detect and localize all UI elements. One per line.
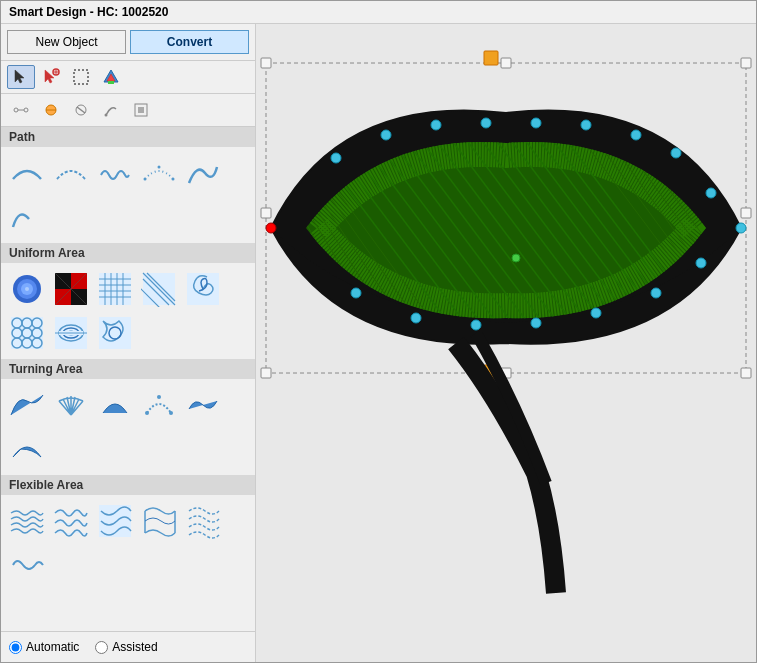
title-bar: Smart Design - HC: 1002520 — [1, 1, 756, 24]
flexible-area-section-header: Flexible Area — [1, 475, 255, 495]
top-buttons: New Object Convert — [1, 24, 255, 61]
uniform-stitch-3-icon — [97, 271, 133, 307]
svg-point-116 — [591, 308, 601, 318]
svg-point-118 — [696, 258, 706, 268]
svg-point-104 — [381, 130, 391, 140]
turning-stitch-3-icon — [97, 387, 133, 423]
node-tool-1[interactable] — [7, 98, 35, 122]
svg-point-106 — [481, 118, 491, 128]
path-stitch-4-icon — [141, 155, 177, 191]
svg-point-52 — [169, 411, 173, 415]
svg-point-50 — [145, 411, 149, 415]
svg-point-19 — [172, 178, 175, 181]
turning-stitch-1[interactable] — [7, 385, 47, 425]
svg-point-119 — [266, 223, 276, 233]
convert-button[interactable]: Convert — [130, 30, 249, 54]
path-section-header: Path — [1, 127, 255, 147]
app-title: Smart Design - HC: 1002520 — [9, 5, 168, 19]
flexible-stitch-4[interactable] — [139, 501, 179, 541]
svg-rect-66 — [484, 51, 498, 65]
svg-point-108 — [581, 120, 591, 130]
svg-point-105 — [431, 120, 441, 130]
turning-stitch-6[interactable] — [7, 429, 47, 469]
uniform-stitch-8-icon — [97, 315, 133, 351]
uniform-stitch-4-icon — [141, 271, 177, 307]
flexible-stitch-6[interactable] — [7, 545, 47, 585]
svg-point-14 — [105, 114, 108, 117]
app-window: Smart Design - HC: 1002520 New Object Co… — [0, 0, 757, 663]
uniform-stitch-7[interactable] — [51, 313, 91, 353]
flexible-stitch-5-icon — [185, 503, 221, 539]
automatic-radio[interactable] — [9, 641, 22, 654]
uniform-stitch-4[interactable] — [139, 269, 179, 309]
assisted-label: Assisted — [112, 640, 157, 654]
svg-point-114 — [471, 320, 481, 330]
node-tool-2[interactable] — [37, 98, 65, 122]
uniform-stitch-5[interactable] — [183, 269, 223, 309]
color-select-button[interactable] — [97, 65, 125, 89]
uniform-stitch-6-icon — [9, 315, 45, 351]
turning-stitch-5[interactable] — [183, 385, 223, 425]
svg-rect-60 — [741, 58, 751, 68]
path-stitch-2[interactable] — [51, 153, 91, 193]
uniform-stitch-1[interactable] — [7, 269, 47, 309]
turning-stitch-4-icon — [141, 387, 177, 423]
svg-point-117 — [651, 288, 661, 298]
turning-stitch-2-icon — [53, 387, 89, 423]
flexible-stitch-6-icon — [9, 547, 45, 583]
edit-nodes-button[interactable] — [37, 65, 65, 89]
svg-rect-61 — [261, 208, 271, 218]
turning-area-stitch-grid — [1, 379, 255, 475]
svg-rect-3 — [74, 70, 88, 84]
path-stitch-grid — [1, 147, 255, 243]
path-stitch-5[interactable] — [183, 153, 223, 193]
path-stitch-6-icon — [9, 199, 45, 235]
flexible-stitch-1-icon — [9, 503, 45, 539]
svg-point-112 — [351, 288, 361, 298]
svg-rect-58 — [261, 58, 271, 68]
canvas-area[interactable] — [256, 24, 756, 662]
uniform-area-section-header: Uniform Area — [1, 243, 255, 263]
assisted-radio[interactable] — [95, 641, 108, 654]
marquee-icon — [72, 68, 90, 86]
path-stitch-3-icon — [97, 155, 133, 191]
svg-point-17 — [144, 178, 147, 181]
svg-point-111 — [706, 188, 716, 198]
new-object-button[interactable]: New Object — [7, 30, 126, 54]
flexible-stitch-3[interactable] — [95, 501, 135, 541]
uniform-stitch-6[interactable] — [7, 313, 47, 353]
turning-stitch-4[interactable] — [139, 385, 179, 425]
path-stitch-2-icon — [53, 155, 89, 191]
turning-stitch-2[interactable] — [51, 385, 91, 425]
turning-stitch-3[interactable] — [95, 385, 135, 425]
node-tool-3[interactable] — [67, 98, 95, 122]
svg-point-120 — [736, 223, 746, 233]
path-stitch-1[interactable] — [7, 153, 47, 193]
color-select-icon — [102, 68, 120, 86]
stamp-tool[interactable] — [127, 98, 155, 122]
turning-stitch-1-icon — [9, 387, 45, 423]
svg-point-9 — [24, 108, 28, 112]
svg-rect-65 — [741, 368, 751, 378]
flexible-stitch-2[interactable] — [51, 501, 91, 541]
uniform-stitch-2-icon — [53, 271, 89, 307]
marquee-select-button[interactable] — [67, 65, 95, 89]
flexible-stitch-1[interactable] — [7, 501, 47, 541]
svg-point-23 — [25, 287, 29, 291]
uniform-stitch-8[interactable] — [95, 313, 135, 353]
path-stitch-3[interactable] — [95, 153, 135, 193]
flexible-stitch-5[interactable] — [183, 501, 223, 541]
uniform-stitch-3[interactable] — [95, 269, 135, 309]
pen-tool[interactable] — [97, 98, 125, 122]
path-stitch-6[interactable] — [7, 197, 47, 237]
assisted-radio-option[interactable]: Assisted — [95, 640, 157, 654]
svg-point-107 — [531, 118, 541, 128]
node-tool-2-icon — [42, 101, 60, 119]
svg-rect-32 — [11, 317, 43, 349]
uniform-stitch-2[interactable] — [51, 269, 91, 309]
main-content: New Object Convert — [1, 24, 756, 662]
select-tool-button[interactable] — [7, 65, 35, 89]
automatic-radio-option[interactable]: Automatic — [9, 640, 79, 654]
node-tool-1-icon — [12, 101, 30, 119]
path-stitch-4[interactable] — [139, 153, 179, 193]
